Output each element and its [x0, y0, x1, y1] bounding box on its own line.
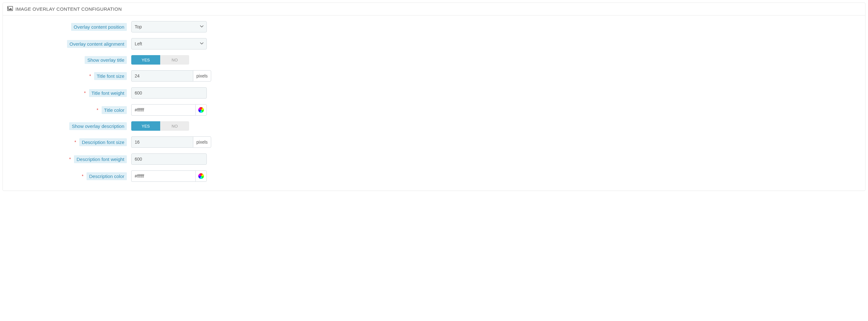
- required-marker: *: [74, 140, 76, 145]
- control-col: YES NO: [131, 121, 189, 131]
- required-marker: *: [97, 108, 98, 113]
- label-col: * Description color: [7, 172, 131, 180]
- control-col: [131, 170, 207, 182]
- label-desc-color: Description color: [87, 172, 127, 180]
- row-title-color: * Title color: [7, 104, 861, 116]
- label-desc-font-weight: Description font weight: [74, 155, 127, 163]
- show-title-toggle: YES NO: [131, 55, 189, 65]
- required-marker: *: [82, 174, 84, 179]
- desc-font-weight-input[interactable]: [131, 153, 207, 165]
- show-title-yes-button[interactable]: YES: [131, 55, 160, 65]
- panel-body: Overlay content position Overlay content…: [3, 16, 865, 191]
- control-col: pixels: [131, 137, 207, 148]
- show-description-toggle: YES NO: [131, 121, 189, 131]
- color-wheel-icon: [198, 173, 204, 179]
- title-font-size-input[interactable]: [131, 70, 193, 82]
- control-col: [131, 21, 207, 32]
- label-col: * Description font weight: [7, 155, 131, 163]
- input-group: pixels: [131, 137, 207, 148]
- row-title-font-size: * Title font size pixels: [7, 70, 861, 82]
- image-overlay-config-panel: IMAGE OVERLAY CONTENT CONFIGURATION Over…: [2, 2, 866, 191]
- input-group: pixels: [131, 70, 207, 82]
- row-desc-font-size: * Description font size pixels: [7, 137, 861, 148]
- desc-color-input[interactable]: [131, 170, 195, 182]
- label-col: Overlay content alignment: [7, 40, 131, 48]
- pixels-addon: pixels: [193, 70, 211, 82]
- color-group: [131, 170, 207, 182]
- required-marker: *: [89, 74, 91, 79]
- panel-title: IMAGE OVERLAY CONTENT CONFIGURATION: [16, 6, 122, 12]
- required-marker: *: [69, 156, 71, 162]
- label-desc-font-size: Description font size: [79, 138, 127, 146]
- row-desc-color: * Description color: [7, 170, 861, 182]
- required-marker: *: [84, 90, 86, 95]
- overlay-position-select[interactable]: [131, 21, 207, 32]
- label-title-font-size: Title font size: [94, 72, 127, 80]
- color-wheel-icon: [198, 107, 204, 113]
- label-col: * Title color: [7, 106, 131, 114]
- control-col: [131, 153, 207, 165]
- select-wrap: [131, 21, 207, 32]
- control-col: [131, 87, 207, 98]
- row-show-description: Show overlay description YES NO: [7, 121, 861, 131]
- label-overlay-position: Overlay content position: [71, 23, 127, 31]
- label-title-color: Title color: [102, 106, 127, 114]
- label-overlay-alignment: Overlay content alignment: [67, 40, 127, 48]
- color-group: [131, 104, 207, 116]
- row-desc-font-weight: * Description font weight: [7, 153, 861, 165]
- desc-font-size-input[interactable]: [131, 137, 193, 148]
- control-col: pixels: [131, 70, 207, 82]
- title-color-input[interactable]: [131, 104, 195, 116]
- label-col: Overlay content position: [7, 23, 131, 31]
- image-icon: [7, 6, 16, 12]
- row-overlay-alignment: Overlay content alignment: [7, 38, 861, 50]
- label-show-description: Show overlay description: [69, 122, 127, 130]
- row-show-title: Show overlay title YES NO: [7, 55, 861, 65]
- label-col: Show overlay title: [7, 56, 131, 64]
- label-show-title: Show overlay title: [85, 56, 127, 64]
- panel-header: IMAGE OVERLAY CONTENT CONFIGURATION: [3, 3, 865, 16]
- label-title-font-weight: Title font weight: [89, 89, 127, 97]
- select-wrap: [131, 38, 207, 50]
- show-title-no-button[interactable]: NO: [160, 55, 189, 65]
- show-description-yes-button[interactable]: YES: [131, 121, 160, 131]
- row-overlay-position: Overlay content position: [7, 21, 861, 32]
- show-description-no-button[interactable]: NO: [160, 121, 189, 131]
- control-col: [131, 104, 207, 116]
- label-col: Show overlay description: [7, 122, 131, 130]
- desc-color-picker-button[interactable]: [195, 170, 207, 182]
- pixels-addon: pixels: [193, 137, 211, 148]
- control-col: [131, 38, 207, 50]
- control-col: YES NO: [131, 55, 189, 65]
- title-font-weight-input[interactable]: [131, 87, 207, 98]
- label-col: * Description font size: [7, 138, 131, 146]
- overlay-alignment-select[interactable]: [131, 38, 207, 50]
- row-title-font-weight: * Title font weight: [7, 87, 861, 98]
- label-col: * Title font weight: [7, 89, 131, 97]
- label-col: * Title font size: [7, 72, 131, 80]
- title-color-picker-button[interactable]: [195, 104, 207, 116]
